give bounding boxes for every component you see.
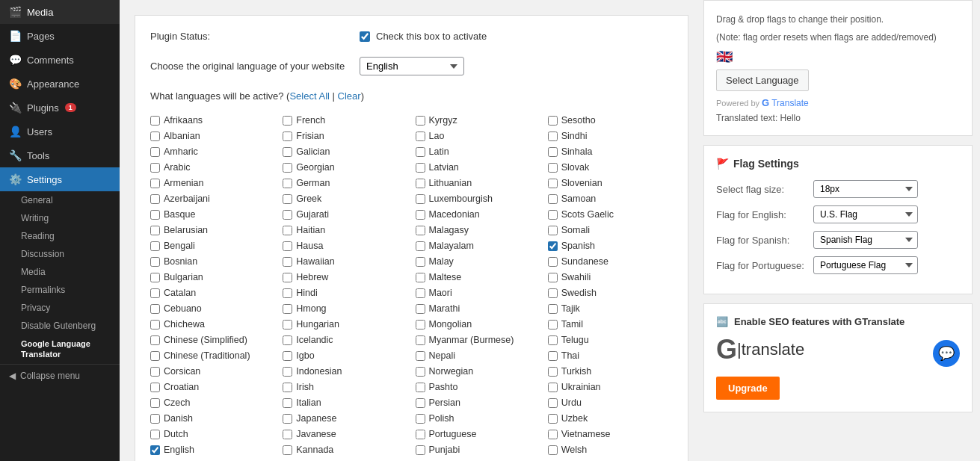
language-checkbox[interactable]	[283, 147, 292, 157]
select-language-button[interactable]: Select Language	[716, 69, 809, 91]
language-checkbox[interactable]	[150, 179, 160, 188]
language-checkbox[interactable]	[416, 147, 425, 157]
language-checkbox[interactable]	[283, 445, 292, 455]
language-checkbox[interactable]	[548, 210, 558, 220]
language-checkbox[interactable]	[283, 335, 292, 345]
language-checkbox[interactable]	[150, 430, 160, 439]
language-checkbox[interactable]	[416, 414, 425, 424]
language-checkbox[interactable]	[548, 116, 558, 126]
language-checkbox[interactable]	[283, 116, 292, 126]
upgrade-button[interactable]: Upgrade	[716, 377, 780, 400]
language-checkbox[interactable]	[416, 351, 425, 361]
language-checkbox[interactable]	[548, 288, 558, 298]
sidebar-sub-permalinks[interactable]: Permalinks	[0, 281, 120, 299]
language-checkbox[interactable]	[283, 398, 292, 408]
sidebar-sub-media[interactable]: Media	[0, 263, 120, 281]
language-checkbox[interactable]	[150, 226, 160, 235]
language-checkbox[interactable]	[548, 194, 558, 204]
language-checkbox[interactable]	[150, 273, 160, 282]
language-checkbox[interactable]	[150, 304, 160, 314]
flag-english-select[interactable]: U.S. Flag	[813, 205, 918, 223]
language-checkbox[interactable]	[416, 116, 425, 126]
language-checkbox[interactable]	[416, 445, 425, 455]
language-checkbox[interactable]	[416, 288, 425, 298]
language-checkbox[interactable]	[416, 257, 425, 267]
language-checkbox[interactable]	[548, 273, 558, 282]
language-checkbox[interactable]	[416, 367, 425, 377]
language-checkbox[interactable]	[150, 147, 160, 157]
original-lang-select[interactable]: English	[360, 57, 464, 75]
language-checkbox[interactable]	[283, 226, 292, 235]
sidebar-sub-privacy[interactable]: Privacy	[0, 299, 120, 317]
language-checkbox[interactable]	[150, 320, 160, 329]
language-checkbox[interactable]	[548, 383, 558, 392]
sidebar-item-users[interactable]: 👤 Users	[0, 120, 120, 143]
sidebar-item-tools[interactable]: 🔧 Tools	[0, 143, 120, 167]
language-checkbox[interactable]	[548, 398, 558, 408]
sidebar-item-pages[interactable]: 📄 Pages	[0, 24, 120, 48]
language-checkbox[interactable]	[150, 414, 160, 424]
language-checkbox[interactable]	[283, 320, 292, 329]
language-checkbox[interactable]	[548, 320, 558, 329]
chat-bubble-button[interactable]: 💬	[933, 340, 960, 367]
language-checkbox[interactable]	[283, 210, 292, 220]
language-checkbox[interactable]	[416, 226, 425, 235]
language-checkbox[interactable]	[416, 179, 425, 188]
activate-checkbox[interactable]	[360, 31, 370, 42]
sidebar-item-plugins[interactable]: 🔌 Plugins 1	[0, 96, 120, 120]
language-checkbox[interactable]	[548, 304, 558, 314]
language-checkbox[interactable]	[150, 132, 160, 141]
language-checkbox[interactable]	[283, 257, 292, 267]
collapse-menu-button[interactable]: ◀ Collapse menu	[0, 364, 120, 387]
language-checkbox[interactable]	[548, 241, 558, 251]
language-checkbox[interactable]	[150, 445, 160, 455]
language-checkbox[interactable]	[416, 320, 425, 329]
language-checkbox[interactable]	[548, 335, 558, 345]
language-checkbox[interactable]	[283, 351, 292, 361]
language-checkbox[interactable]	[283, 273, 292, 282]
language-checkbox[interactable]	[416, 132, 425, 141]
language-checkbox[interactable]	[150, 288, 160, 298]
language-checkbox[interactable]	[150, 241, 160, 251]
language-checkbox[interactable]	[283, 163, 292, 173]
language-checkbox[interactable]	[548, 367, 558, 377]
sidebar-sub-reading[interactable]: Reading	[0, 227, 120, 245]
language-checkbox[interactable]	[548, 132, 558, 141]
flag-spanish-select[interactable]: Spanish Flag	[813, 231, 918, 249]
language-checkbox[interactable]	[548, 179, 558, 188]
language-checkbox[interactable]	[416, 194, 425, 204]
language-checkbox[interactable]	[283, 430, 292, 439]
language-checkbox[interactable]	[150, 210, 160, 220]
flag-size-select[interactable]: 18px	[813, 180, 918, 198]
language-checkbox[interactable]	[283, 194, 292, 204]
language-checkbox[interactable]	[548, 430, 558, 439]
language-checkbox[interactable]	[416, 273, 425, 282]
language-checkbox[interactable]	[150, 383, 160, 392]
sidebar-sub-disable-gutenberg[interactable]: Disable Gutenberg	[0, 317, 120, 335]
language-checkbox[interactable]	[150, 398, 160, 408]
language-checkbox[interactable]	[283, 241, 292, 251]
sidebar-sub-discussion[interactable]: Discussion	[0, 245, 120, 263]
language-checkbox[interactable]	[283, 288, 292, 298]
language-checkbox[interactable]	[283, 367, 292, 377]
language-checkbox[interactable]	[416, 210, 425, 220]
language-checkbox[interactable]	[548, 445, 558, 455]
sidebar-item-appearance[interactable]: 🎨 Appearance	[0, 72, 120, 96]
language-checkbox[interactable]	[150, 351, 160, 361]
sidebar-sub-general[interactable]: General	[0, 191, 120, 209]
language-checkbox[interactable]	[416, 383, 425, 392]
language-checkbox[interactable]	[150, 335, 160, 345]
sidebar-sub-writing[interactable]: Writing	[0, 209, 120, 227]
language-checkbox[interactable]	[283, 383, 292, 392]
language-checkbox[interactable]	[416, 304, 425, 314]
language-checkbox[interactable]	[416, 398, 425, 408]
language-checkbox[interactable]	[416, 335, 425, 345]
language-checkbox[interactable]	[548, 257, 558, 267]
language-checkbox[interactable]	[548, 147, 558, 157]
sidebar-item-media[interactable]: 🎬 Media	[0, 0, 120, 24]
language-checkbox[interactable]	[416, 241, 425, 251]
language-checkbox[interactable]	[150, 367, 160, 377]
language-checkbox[interactable]	[548, 163, 558, 173]
language-checkbox[interactable]	[283, 304, 292, 314]
language-checkbox[interactable]	[548, 351, 558, 361]
